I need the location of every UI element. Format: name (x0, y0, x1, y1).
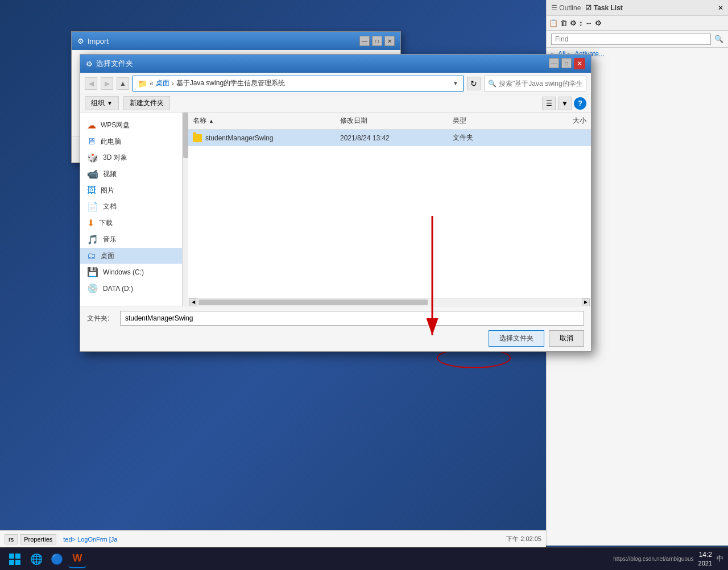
col-header-date[interactable]: 修改日期 (336, 115, 448, 127)
close-button[interactable]: ✕ (384, 36, 395, 46)
fc-maximize-button[interactable]: □ (561, 58, 572, 68)
delete-task-icon[interactable]: 🗑 (560, 19, 568, 27)
fc-close-button[interactable]: ✕ (574, 58, 585, 69)
new-folder-label: 新建文件夹 (130, 98, 164, 108)
fc-main-area: ☁ WPS网盘 🖥 此电脑 🎲 3D 对象 📹 视频 🖼 图片 (80, 113, 591, 306)
import-gear-icon: ⚙ (77, 37, 84, 45)
new-folder-button[interactable]: 新建文件夹 (123, 96, 170, 110)
taskbar-notification-area: 中 (717, 554, 723, 564)
hscroll-track[interactable] (198, 299, 581, 305)
fc-minimize-button[interactable]: — (549, 58, 559, 68)
organize-button[interactable]: 组织 ▼ (85, 96, 119, 110)
eclipse-bottom-tabs: rs Properties ted> LogOnFrm [Ja 下午 2:02:… (0, 530, 546, 547)
file-date: 2021/8/24 13:42 (340, 134, 390, 142)
sidebar-item-picture[interactable]: 🖼 图片 (80, 182, 182, 198)
col-header-name[interactable]: 名称 ▲ (188, 115, 336, 127)
fc-addressbar: ◀ ▶ ▲ 📁 « 桌面 › 基于Java swing的学生信息管理系统 ▼ ↻… (80, 73, 591, 94)
fc-window-controls: — □ ✕ (549, 58, 585, 69)
taskbar-clock: 14:2 (698, 551, 712, 560)
sort-asc-icon: ▲ (209, 118, 214, 124)
fc-forward-button[interactable]: ▶ (101, 77, 113, 90)
fc-path-part1[interactable]: 桌面 (156, 78, 169, 88)
eclipse-timestamp: 下午 2:02:05 (506, 535, 541, 543)
fc-refresh-button[interactable]: ↻ (467, 77, 481, 90)
sidebar-pc-label: 此电脑 (101, 137, 121, 147)
maximize-button[interactable]: □ (372, 36, 382, 46)
folder-icon: 📁 (138, 79, 147, 88)
svg-rect-4 (9, 560, 14, 565)
sidebar-windows-label: Windows (C:) (103, 268, 144, 276)
expand-icon[interactable]: ↕ (579, 19, 583, 27)
tab-properties[interactable]: Properties (20, 534, 56, 544)
hscroll-thumb[interactable] (198, 299, 428, 305)
hscroll-left-arrow[interactable]: ◀ (189, 298, 197, 306)
file-chooser-dialog: ⚙ 选择文件夹 — □ ✕ ◀ ▶ ▲ 📁 « 桌面 › 基于Java swin… (80, 54, 592, 352)
sidebar-scroll-thumb[interactable] (183, 113, 188, 158)
fc-horizontal-scrollbar[interactable]: ◀ ▶ (188, 298, 591, 306)
taskview-taskbar-icon[interactable]: 🔵 (48, 550, 66, 568)
col-header-type[interactable]: 类型 (448, 115, 527, 127)
fc-path-part2[interactable]: 基于Java swing的学生信息管理系统 (176, 78, 285, 88)
file-type: 文件夹 (453, 133, 473, 143)
import-dialog-controls: — □ ✕ (359, 36, 395, 46)
fc-cancel-button[interactable]: 取消 (549, 330, 584, 347)
sidebar-music-label: 音乐 (103, 235, 117, 244)
search-input[interactable] (551, 34, 711, 45)
svg-rect-3 (15, 554, 20, 559)
windows-start-icon (9, 554, 20, 565)
sidebar-item-music[interactable]: 🎵 音乐 (80, 231, 182, 248)
browser-taskbar-icon[interactable]: 🌐 (27, 550, 46, 568)
sidebar-item-download[interactable]: ⬇ 下载 (80, 215, 182, 231)
sidebar-scrollbar[interactable] (183, 113, 188, 306)
settings-icon[interactable]: ⚙ (595, 19, 602, 27)
fc-back-button[interactable]: ◀ (85, 77, 97, 90)
file-row-studentmanagerswing[interactable]: studentManagerSwing 2021/8/24 13:42 文件夹 (188, 130, 591, 146)
col-header-size[interactable]: 大小 (527, 115, 591, 127)
sidebar-item-pc[interactable]: 🖥 此电脑 (80, 134, 182, 149)
sidebar-item-data[interactable]: 💿 DATA (D:) (80, 280, 182, 297)
sidebar-item-doc[interactable]: 📄 文档 (80, 198, 182, 215)
fc-search-input[interactable] (499, 80, 582, 88)
fc-action-buttons: 选择文件夹 取消 (87, 330, 584, 347)
sidebar-item-3d[interactable]: 🎲 3D 对象 (80, 149, 182, 166)
fc-help-button[interactable]: ? (574, 97, 586, 110)
fc-search-area: 🔍 (484, 76, 586, 91)
wps-taskbar-icon[interactable]: W (68, 550, 86, 568)
view-list-button[interactable]: ☰ (542, 97, 556, 110)
svg-rect-5 (15, 560, 20, 565)
outline-tab[interactable]: ☰ Outline (551, 4, 581, 12)
fc-titlebar: ⚙ 选择文件夹 — □ ✕ (80, 55, 591, 73)
import-dialog-title-area: ⚙ Import (77, 37, 109, 45)
fc-path-dropdown-icon[interactable]: ▼ (453, 80, 458, 86)
file-cell-type: 文件夹 (448, 133, 527, 143)
fc-filename-input[interactable] (120, 311, 584, 326)
doc-icon: 📄 (87, 201, 98, 212)
right-panel-search: 🔍 (547, 31, 728, 48)
sidebar-3d-label: 3D 对象 (103, 153, 127, 163)
tab-rs[interactable]: rs (5, 534, 18, 544)
sidebar-doc-label: 文档 (103, 202, 117, 211)
start-button[interactable] (5, 549, 25, 569)
hscroll-right-arrow[interactable]: ▶ (582, 298, 590, 306)
pc-icon: 🖥 (87, 136, 96, 147)
fc-up-button[interactable]: ▲ (117, 77, 129, 90)
file-folder-icon (193, 134, 202, 142)
new-task-icon[interactable]: 📋 (549, 19, 558, 27)
minimize-button[interactable]: — (359, 36, 370, 46)
sidebar-item-desktop[interactable]: 🗂 桌面 (80, 248, 182, 264)
fc-path-bar[interactable]: 📁 « 桌面 › 基于Java swing的学生信息管理系统 ▼ (133, 76, 464, 91)
fc-gear-icon: ⚙ (86, 60, 93, 68)
browser-icon: 🌐 (30, 553, 43, 565)
select-folder-button[interactable]: 选择文件夹 (489, 330, 544, 347)
close-panel-icon[interactable]: ✕ (718, 4, 723, 12)
filter-icon[interactable]: ⚙ (570, 19, 577, 27)
search-icon[interactable]: 🔍 (714, 35, 723, 43)
sidebar-item-windows[interactable]: 💾 Windows (C:) (80, 264, 182, 280)
sidebar-item-video[interactable]: 📹 视频 (80, 166, 182, 182)
tasklist-tab[interactable]: ☑ Task List (585, 4, 622, 12)
view-dropdown-button[interactable]: ▼ (558, 97, 572, 110)
collapse-icon[interactable]: ↔ (585, 19, 593, 27)
fc-file-list: studentManagerSwing 2021/8/24 13:42 文件夹 (188, 130, 591, 298)
sidebar-item-wps[interactable]: ☁ WPS网盘 (80, 117, 182, 134)
fc-filename-label: 文件夹: (87, 314, 115, 323)
